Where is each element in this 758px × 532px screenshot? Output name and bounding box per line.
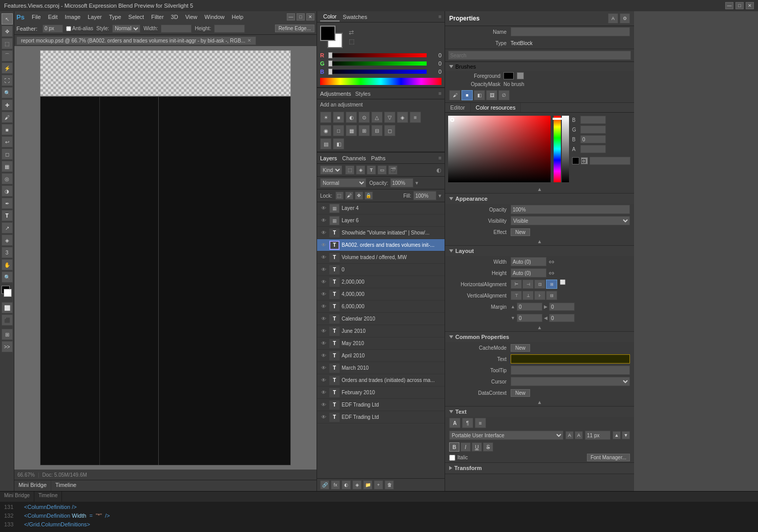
ps-menu-layer[interactable]: Layer xyxy=(85,13,105,20)
lock-image[interactable]: 🖌 xyxy=(345,191,353,200)
fill-input[interactable] xyxy=(413,191,436,200)
color-gradient-picker[interactable] xyxy=(448,116,551,182)
layer-0[interactable]: 👁 T 0 xyxy=(317,264,445,276)
tool-quickmask[interactable]: ⬜ xyxy=(2,302,13,313)
layer-vis-may[interactable]: 👁 xyxy=(320,340,327,347)
layer-delete[interactable]: 🗑 xyxy=(385,480,394,490)
layer-edf2[interactable]: 👁 T EDF Trading Ltd xyxy=(317,411,445,423)
ps-tab-close[interactable]: ✕ xyxy=(247,38,251,43)
opacity-prop-input[interactable] xyxy=(511,205,630,214)
layers-menu[interactable]: ≡ xyxy=(438,155,441,161)
layer-orders[interactable]: 👁 T Orders and trades (initiated) across… xyxy=(317,374,445,387)
ps-height-input[interactable] xyxy=(214,25,245,33)
editor-tab[interactable]: Editor xyxy=(445,103,471,112)
font-size-down[interactable]: ▼ xyxy=(622,431,630,439)
color-spectrum[interactable] xyxy=(320,78,441,85)
ha-left[interactable]: ⊢ xyxy=(511,280,522,289)
layer-item-6[interactable]: 👁 ▦ Layer 6 xyxy=(317,215,445,227)
font-icon-2[interactable]: A xyxy=(575,431,583,439)
layer-show-hide[interactable]: 👁 T Show/hide "Volume initiated" | Show/… xyxy=(317,227,445,239)
layout-header[interactable]: Layout xyxy=(445,246,634,256)
underline-btn[interactable]: U xyxy=(472,442,482,452)
font-family-select[interactable]: Portable User Interface xyxy=(449,431,563,440)
ha-stretch[interactable]: ⊞ xyxy=(546,280,557,289)
minimize-btn[interactable]: — xyxy=(725,2,733,9)
tool-heal[interactable]: ✚ xyxy=(2,99,13,111)
text-tool-a[interactable]: A xyxy=(449,418,460,428)
ps-document-tab[interactable]: report mockup.psd @ 66.7% (BA002. orders… xyxy=(16,36,256,45)
adj-brightness[interactable]: ☀ xyxy=(320,112,331,123)
layer-vis-edf2[interactable]: 👁 xyxy=(320,414,327,421)
layer-ba002[interactable]: 👁 T BA002. orders and trades volumes ini… xyxy=(317,239,445,251)
tool-stamp[interactable]: ■ xyxy=(2,124,13,135)
tool-lasso[interactable]: ⌒ xyxy=(2,50,13,61)
g-slider-track[interactable] xyxy=(328,61,427,66)
layer-vis-4[interactable]: 👁 xyxy=(320,205,327,212)
text-prop-input[interactable] xyxy=(511,354,630,364)
styles-tab[interactable]: Styles xyxy=(355,91,371,97)
b-slider-track[interactable] xyxy=(328,70,427,74)
tool-wand[interactable]: ⚡ xyxy=(2,62,13,74)
adj-curves[interactable]: ◐ xyxy=(346,112,357,123)
margin-right-input[interactable] xyxy=(549,303,575,311)
visibility-select[interactable]: Visible xyxy=(511,216,630,225)
tool-path-select[interactable]: ↗ xyxy=(2,222,13,233)
filter-type[interactable]: T xyxy=(367,165,376,175)
adj-posterize[interactable]: ⊟ xyxy=(371,125,383,136)
adj-selective-color[interactable]: ◧ xyxy=(333,138,344,150)
text-tool-para[interactable]: ¶ xyxy=(462,418,473,428)
effect-new-btn[interactable]: New xyxy=(511,228,530,236)
adj-hue-sat[interactable]: ▽ xyxy=(384,112,395,123)
tool-eraser[interactable]: ◻ xyxy=(2,148,13,160)
layer-volume[interactable]: 👁 T Volume traded / offered, MW xyxy=(317,251,445,264)
layer-item-4[interactable]: 👁 ▦ Layer 4 xyxy=(317,202,445,215)
ps-menu-help[interactable]: Help xyxy=(228,13,246,20)
layers-tab[interactable]: Layers xyxy=(320,155,337,161)
font-size-up[interactable]: ▲ xyxy=(613,431,621,439)
fill-arrow[interactable]: ▾ xyxy=(438,193,441,199)
layer-cal2010[interactable]: 👁 T Calendar 2010 xyxy=(317,313,445,325)
color-r-input[interactable] xyxy=(580,135,606,143)
font-size-input[interactable] xyxy=(585,431,610,440)
color-resources-tab[interactable]: Color resources xyxy=(471,103,521,112)
maximize-btn[interactable]: □ xyxy=(735,2,744,9)
tool-screen[interactable]: ⬛ xyxy=(2,314,13,326)
color-eyedrop-icon[interactable]: ⊡ xyxy=(581,157,588,164)
color-panel-menu[interactable]: ≡ xyxy=(438,14,441,19)
tool-brush[interactable]: 🖌 xyxy=(2,112,13,123)
va-stretch[interactable]: ⊟ xyxy=(546,291,557,300)
code-mini-bridge[interactable]: Mini Bridge xyxy=(0,492,34,502)
ps-width-input[interactable] xyxy=(161,25,192,33)
ps-menu-type[interactable]: Type xyxy=(106,13,124,20)
layer-vis-cal[interactable]: 👁 xyxy=(320,315,327,323)
blend-mode-select[interactable]: Normal xyxy=(320,178,366,187)
layer-adj[interactable]: ◈ xyxy=(352,480,362,490)
layer-edf1[interactable]: 👁 T EDF Trading Ltd xyxy=(317,399,445,411)
ps-antialias-checkbox[interactable] xyxy=(66,26,71,31)
layout-collapse-btn[interactable]: ▲ xyxy=(445,324,634,331)
layer-april[interactable]: 👁 T April 2010 xyxy=(317,350,445,362)
ha-center[interactable]: ⊣ xyxy=(522,280,534,289)
filter-pixel[interactable]: ⬚ xyxy=(345,165,354,175)
ps-maximize[interactable]: □ xyxy=(297,13,305,20)
ps-menu-window[interactable]: Window xyxy=(201,13,227,20)
adj-channel-mixer[interactable]: □ xyxy=(333,125,344,136)
brush-tool-grad[interactable]: ◧ xyxy=(474,90,485,100)
lock-position[interactable]: ✥ xyxy=(355,191,363,200)
tool-history[interactable]: ↩ xyxy=(2,136,13,147)
tool-blur[interactable]: ◎ xyxy=(2,173,13,184)
ps-minimize[interactable]: — xyxy=(287,13,295,20)
tool-changescreen[interactable]: ⊞ xyxy=(2,329,13,340)
layer-4m[interactable]: 👁 T 4,000,000 xyxy=(317,288,445,301)
layer-folder[interactable]: 📁 xyxy=(363,480,372,490)
va-bottom[interactable]: ⊦ xyxy=(534,291,545,300)
color-b-input[interactable]: 0 xyxy=(580,116,606,124)
code-timeline[interactable]: Timeline xyxy=(34,492,62,502)
adj-gradient-map[interactable]: ▤ xyxy=(320,138,331,150)
hex-input[interactable]: #FF000000 xyxy=(589,157,630,165)
adjustments-menu[interactable]: ≡ xyxy=(438,91,441,96)
color-g-input[interactable]: 0 xyxy=(580,125,606,134)
height-input[interactable] xyxy=(511,268,546,278)
color-tab[interactable]: Color xyxy=(320,12,340,22)
brushes-collapse[interactable] xyxy=(449,65,453,68)
